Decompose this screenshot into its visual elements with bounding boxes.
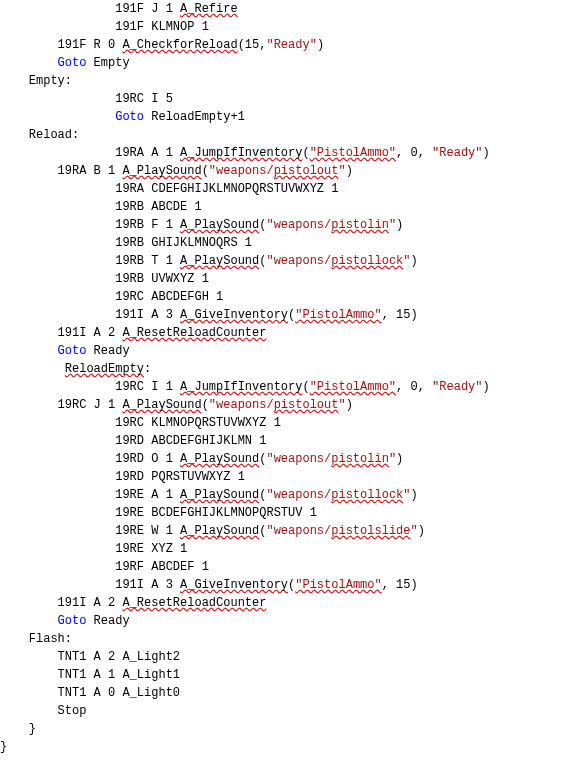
code-line: 19RE W 1 A_PlaySound("weapons/pistolslid… bbox=[0, 522, 561, 540]
code-token: Ready bbox=[86, 614, 129, 628]
code-token: 19RE W 1 bbox=[115, 524, 180, 538]
code-token: Reload: bbox=[29, 128, 79, 142]
code-token: 19RB UVWXYZ 1 bbox=[115, 272, 209, 286]
code-token: TNT1 A 0 A_Light0 bbox=[58, 686, 180, 700]
code-token: : bbox=[144, 362, 151, 376]
code-line: 191F J 1 A_Refire bbox=[0, 0, 561, 18]
code-line: ReloadEmpty: bbox=[0, 360, 561, 378]
code-token: A_PlaySound bbox=[122, 398, 201, 412]
code-token: 19RC KLMNOPQRSTUVWXYZ 1 bbox=[115, 416, 281, 430]
code-line: 19RA A 1 A_JumpIfInventory("PistolAmmo",… bbox=[0, 144, 561, 162]
code-line: 191I A 2 A_ResetReloadCounter bbox=[0, 594, 561, 612]
code-token: 19RB GHIJKLMNOQRS 1 bbox=[115, 236, 252, 250]
code-token: " bbox=[410, 524, 417, 538]
code-token: Flash: bbox=[29, 632, 72, 646]
code-token: "PistolAmmo" bbox=[310, 146, 396, 160]
code-line: Reload: bbox=[0, 126, 561, 144]
code-token: 19RB T 1 bbox=[115, 254, 180, 268]
code-token: ) bbox=[346, 164, 353, 178]
code-token: ) bbox=[418, 524, 425, 538]
code-line: Empty: bbox=[0, 72, 561, 90]
code-line: TNT1 A 2 A_Light2 bbox=[0, 648, 561, 666]
code-line: Stop bbox=[0, 702, 561, 720]
code-token: ) bbox=[396, 452, 403, 466]
code-line: 19RB UVWXYZ 1 bbox=[0, 270, 561, 288]
code-token: Empty bbox=[86, 56, 129, 70]
code-line: 19RD ABCDEFGHIJKLMN 1 bbox=[0, 432, 561, 450]
code-token: A_CheckforReload bbox=[122, 38, 237, 52]
code-line: Goto Empty bbox=[0, 54, 561, 72]
code-token: , 15) bbox=[382, 308, 418, 322]
code-token: " bbox=[389, 452, 396, 466]
code-line: TNT1 A 1 A_Light1 bbox=[0, 666, 561, 684]
code-token: 19RC J 1 bbox=[58, 398, 123, 412]
code-token: Goto bbox=[58, 56, 87, 70]
code-token: 19RA A 1 bbox=[115, 146, 180, 160]
code-token: "weapons/ bbox=[209, 398, 274, 412]
code-token: 19RB ABCDE 1 bbox=[115, 200, 201, 214]
code-token: " bbox=[338, 398, 345, 412]
code-token: A_GiveInventory bbox=[180, 578, 288, 592]
code-line: 19RB ABCDE 1 bbox=[0, 198, 561, 216]
code-line: 19RA CDEFGHIJKLMNOPQRSTUVWXYZ 1 bbox=[0, 180, 561, 198]
code-token: A_Refire bbox=[180, 2, 238, 16]
code-token: pistolin bbox=[331, 452, 389, 466]
code-token: 19RC I 1 bbox=[115, 380, 180, 394]
code-token: "Ready" bbox=[266, 38, 316, 52]
code-token: 19RE BCDEFGHIJKLMNOPQRSTUV 1 bbox=[115, 506, 317, 520]
code-token: " bbox=[338, 164, 345, 178]
code-token: "weapons/ bbox=[266, 218, 331, 232]
code-line: 19RC I 5 bbox=[0, 90, 561, 108]
code-token: "weapons/ bbox=[266, 488, 331, 502]
code-token: A_PlaySound bbox=[180, 254, 259, 268]
code-token: A_PlaySound bbox=[122, 164, 201, 178]
code-line: } bbox=[0, 738, 561, 756]
code-token: ( bbox=[302, 380, 309, 394]
code-line: TNT1 A 0 A_Light0 bbox=[0, 684, 561, 702]
code-line: 19RB F 1 A_PlaySound("weapons/pistolin") bbox=[0, 216, 561, 234]
code-token: 191I A 3 bbox=[115, 578, 180, 592]
code-token: "weapons/ bbox=[266, 524, 331, 538]
code-token: "Ready" bbox=[432, 380, 482, 394]
code-line: 191I A 2 A_ResetReloadCounter bbox=[0, 324, 561, 342]
code-line: 19RE BCDEFGHIJKLMNOPQRSTUV 1 bbox=[0, 504, 561, 522]
code-token: pistolout bbox=[274, 164, 339, 178]
code-line: 19RE A 1 A_PlaySound("weapons/pistollock… bbox=[0, 486, 561, 504]
code-token: "weapons/ bbox=[266, 452, 331, 466]
code-token: 191F J 1 bbox=[115, 2, 180, 16]
code-line: 19RE XYZ 1 bbox=[0, 540, 561, 558]
code-token: 191I A 3 bbox=[115, 308, 180, 322]
code-token: Ready bbox=[86, 344, 129, 358]
code-token: ) bbox=[483, 146, 490, 160]
code-token: "Ready" bbox=[432, 146, 482, 160]
code-token: ) bbox=[317, 38, 324, 52]
code-line: 19RC J 1 A_PlaySound("weapons/pistolout"… bbox=[0, 396, 561, 414]
code-token: ( bbox=[302, 146, 309, 160]
code-token: A_PlaySound bbox=[180, 452, 259, 466]
code-line: Goto ReloadEmpty+1 bbox=[0, 108, 561, 126]
code-line: 19RC KLMNOPQRSTUVWXYZ 1 bbox=[0, 414, 561, 432]
code-line: 191F R 0 A_CheckforReload(15,"Ready") bbox=[0, 36, 561, 54]
code-token: 19RD O 1 bbox=[115, 452, 180, 466]
code-token: } bbox=[29, 722, 36, 736]
code-token: 19RB F 1 bbox=[115, 218, 180, 232]
code-token: " bbox=[389, 218, 396, 232]
code-token: (15, bbox=[238, 38, 267, 52]
code-token: "weapons/ bbox=[266, 254, 331, 268]
code-token: 19RA CDEFGHIJKLMNOPQRSTUVWXYZ 1 bbox=[115, 182, 338, 196]
code-token: pistolout bbox=[274, 398, 339, 412]
code-token: 19RD PQRSTUVWXYZ 1 bbox=[115, 470, 245, 484]
code-token: "PistolAmmo" bbox=[295, 308, 381, 322]
code-line: 19RA B 1 A_PlaySound("weapons/pistolout"… bbox=[0, 162, 561, 180]
code-token: A_JumpIfInventory bbox=[180, 380, 302, 394]
code-token bbox=[58, 362, 65, 376]
code-token: "PistolAmmo" bbox=[295, 578, 381, 592]
code-token: ReloadEmpty+1 bbox=[144, 110, 245, 124]
code-token: pistolin bbox=[331, 218, 389, 232]
code-token: } bbox=[0, 740, 7, 754]
code-line: Flash: bbox=[0, 630, 561, 648]
code-token: A_GiveInventory bbox=[180, 308, 288, 322]
code-token: "weapons/ bbox=[209, 164, 274, 178]
code-token: 191F R 0 bbox=[58, 38, 123, 52]
code-token: A_ResetReloadCounter bbox=[122, 326, 266, 340]
